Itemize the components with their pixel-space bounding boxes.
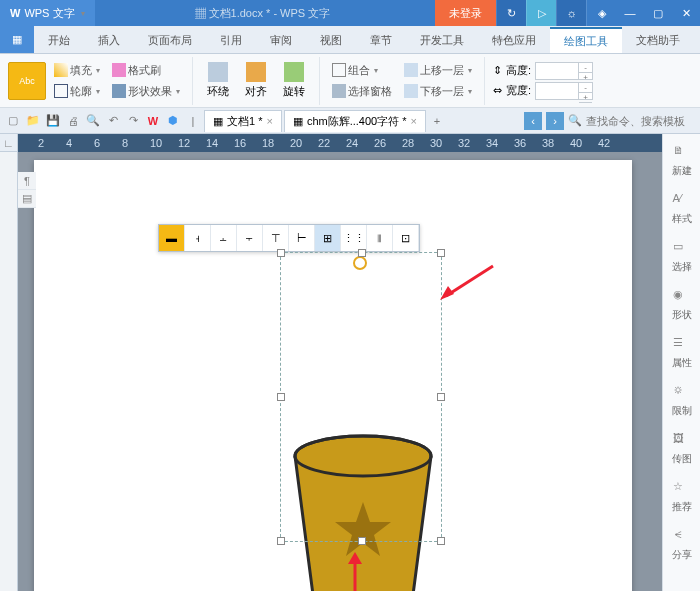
tab-chapter[interactable]: 章节 xyxy=(356,27,406,53)
ruler-corner-icon[interactable]: ∟ xyxy=(0,134,17,152)
qat-preview-icon[interactable]: 🔍 xyxy=(84,112,102,130)
side-select[interactable]: ▭选择 xyxy=(672,240,692,274)
side-style[interactable]: A⁄样式 xyxy=(672,192,692,226)
tab-view[interactable]: 视图 xyxy=(306,27,356,53)
new-tab-button[interactable]: + xyxy=(428,112,446,130)
floating-align-toolbar: ▬ ⫞ ⫠ ⫟ ⊤ ⊢ ⊞ ⋮⋮ ⫴ ⊡ xyxy=(158,224,420,252)
tab-special[interactable]: 特色应用 xyxy=(478,27,550,53)
align-middle-icon[interactable]: ⊢ xyxy=(289,225,315,251)
canvas[interactable]: ¶ ▤ ▬ ⫞ ⫠ ⫟ ⊤ ⊢ ⊞ ⋮⋮ ⫴ ⊡ xyxy=(18,152,662,591)
align-center-h-icon[interactable]: ⫠ xyxy=(211,225,237,251)
qat-redo-icon[interactable]: ↷ xyxy=(124,112,142,130)
selpane-icon xyxy=(332,84,346,98)
qat-sep: | xyxy=(184,112,202,130)
maximize-button[interactable]: ▢ xyxy=(644,0,672,26)
side-share[interactable]: ⪪分享 xyxy=(672,528,692,562)
sync-icon[interactable]: ↻ xyxy=(496,0,526,26)
limit-icon: ⛭ xyxy=(673,384,691,402)
group-button[interactable]: 组合▾ xyxy=(328,61,396,80)
doc-tab-2[interactable]: ▦chm陈辉...400字符 *× xyxy=(284,110,426,132)
minimize-button[interactable]: — xyxy=(616,0,644,26)
height-up[interactable]: - xyxy=(579,63,592,73)
align-btn-1[interactable]: ▬ xyxy=(159,225,185,251)
para-icon[interactable]: ¶ xyxy=(18,172,36,190)
shape-style-preview[interactable]: Abc xyxy=(8,62,46,100)
width-down[interactable]: + xyxy=(579,93,592,103)
layer-group: 组合▾ 选择窗格 上移一层▾ 下移一层▾ xyxy=(328,57,485,105)
qat-print-icon[interactable]: 🖨 xyxy=(64,112,82,130)
tab-drawing-tools[interactable]: 绘图工具 xyxy=(550,27,622,53)
doc-icon: ▦ xyxy=(213,115,223,128)
wps-logo[interactable]: W WPS 文字 ▾ xyxy=(0,0,95,26)
style-icon: A⁄ xyxy=(673,192,691,210)
side-recommend[interactable]: ☆推荐 xyxy=(672,480,692,514)
fill-button[interactable]: 填充▾ xyxy=(50,61,104,80)
qat-save-icon[interactable]: 💾 xyxy=(44,112,62,130)
bring-forward-button[interactable]: 上移一层▾ xyxy=(400,61,476,80)
send-backward-button[interactable]: 下移一层▾ xyxy=(400,82,476,101)
tab-reference[interactable]: 引用 xyxy=(206,27,256,53)
outline-button[interactable]: 轮廓▾ xyxy=(50,82,104,101)
width-input[interactable]: -+ xyxy=(535,82,593,100)
wrap-icon xyxy=(208,62,228,82)
select-icon: ▭ xyxy=(673,240,691,258)
qat-open-icon[interactable]: 📁 xyxy=(24,112,42,130)
align-button[interactable]: 对齐 xyxy=(239,60,273,101)
height-input[interactable]: -+ xyxy=(535,62,593,80)
tab-layout[interactable]: 页面布局 xyxy=(134,27,206,53)
triangle-icon[interactable]: ▷ xyxy=(526,0,556,26)
horizontal-ruler[interactable]: 24681012141618202224262830323436384042 xyxy=(18,134,662,152)
side-image[interactable]: 🖼传图 xyxy=(672,432,692,466)
brush-icon xyxy=(112,63,126,77)
tab-doc-helper[interactable]: 文档助手 xyxy=(622,27,694,53)
medal-icon[interactable]: ☼ xyxy=(556,0,586,26)
format-painter-button[interactable]: 格式刷 xyxy=(108,61,184,80)
tab-insert[interactable]: 插入 xyxy=(84,27,134,53)
left-quickbar: ¶ ▤ xyxy=(18,172,36,208)
align-left-icon[interactable]: ⫞ xyxy=(185,225,211,251)
editor-area: ∟ 24681012141618202224262830323436384042… xyxy=(0,134,700,591)
login-button[interactable]: 未登录 xyxy=(435,0,496,26)
app-menu-dropdown-icon[interactable]: ▾ xyxy=(81,9,85,18)
side-new[interactable]: 🗎新建 xyxy=(672,144,692,178)
align-top-icon[interactable]: ⊤ xyxy=(263,225,289,251)
skin-icon[interactable]: ◈ xyxy=(586,0,616,26)
pen-icon xyxy=(54,84,68,98)
shape-icon: ◉ xyxy=(673,288,691,306)
distribute-v-icon[interactable]: ⫴ xyxy=(367,225,393,251)
shape-style-group: Abc 填充▾ 轮廓▾ 格式刷 形状效果▾ xyxy=(8,57,193,105)
close-tab-icon[interactable]: × xyxy=(411,115,417,127)
align-grid-icon[interactable]: ⊞ xyxy=(315,225,341,251)
align-right-icon[interactable]: ⫟ xyxy=(237,225,263,251)
doc-tab-1[interactable]: ▦文档1 *× xyxy=(204,110,282,132)
arrange-group: 环绕 对齐 旋转 xyxy=(201,57,320,105)
tab-dev[interactable]: 开发工具 xyxy=(406,27,478,53)
more-align-icon[interactable]: ⊡ xyxy=(393,225,419,251)
nav-next-button[interactable]: › xyxy=(546,112,564,130)
star-icon: ☆ xyxy=(673,480,691,498)
tab-review[interactable]: 审阅 xyxy=(256,27,306,53)
qat-wps-icon[interactable]: W xyxy=(144,112,162,130)
shape-effect-button[interactable]: 形状效果▾ xyxy=(108,82,184,101)
nav-icon[interactable]: ▤ xyxy=(18,190,36,208)
qat-new-icon[interactable]: ▢ xyxy=(4,112,22,130)
tab-start[interactable]: 开始 xyxy=(34,27,84,53)
close-button[interactable]: ✕ xyxy=(672,0,700,26)
nav-prev-button[interactable]: ‹ xyxy=(524,112,542,130)
width-up[interactable]: - xyxy=(579,83,592,93)
app-menu-button[interactable]: ▦ xyxy=(0,25,34,53)
rotate-button[interactable]: 旋转 xyxy=(277,60,311,101)
side-shape[interactable]: ◉形状 xyxy=(672,288,692,322)
vertical-ruler[interactable]: ∟ xyxy=(0,134,18,591)
side-limit[interactable]: ⛭限制 xyxy=(672,384,692,418)
qat-cube-icon[interactable]: ⬢ xyxy=(164,112,182,130)
selection-pane-button[interactable]: 选择窗格 xyxy=(328,82,396,101)
doc-tabs-bar: ▢ 📁 💾 🖨 🔍 ↶ ↷ W ⬢ | ▦文档1 *× ▦chm陈辉...400… xyxy=(0,108,700,134)
search-input[interactable] xyxy=(586,115,696,127)
side-attr[interactable]: ☰属性 xyxy=(672,336,692,370)
rotate-handle[interactable] xyxy=(353,256,367,270)
distribute-h-icon[interactable]: ⋮⋮ xyxy=(341,225,367,251)
wrap-button[interactable]: 环绕 xyxy=(201,60,235,101)
qat-undo-icon[interactable]: ↶ xyxy=(104,112,122,130)
close-tab-icon[interactable]: × xyxy=(266,115,272,127)
